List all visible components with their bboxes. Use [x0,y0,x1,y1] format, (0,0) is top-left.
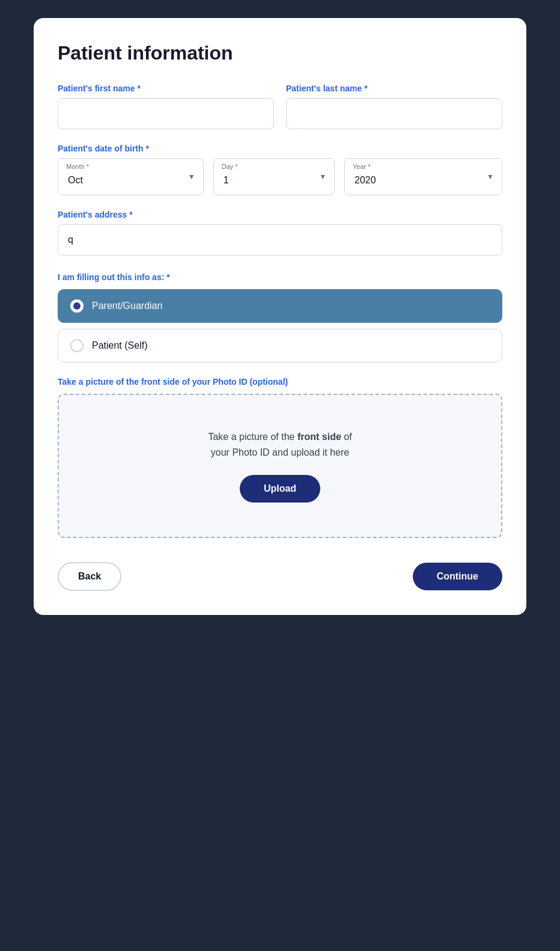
last-name-input[interactable] [286,98,502,129]
back-button[interactable]: Back [58,562,121,591]
year-wrapper: Year * 2024 2023 2022 2021 2020 2019 201… [344,158,502,195]
radio-parent-guardian[interactable]: Parent/Guardian [58,289,502,323]
address-input[interactable] [58,224,502,255]
footer-buttons: Back Continue [58,562,502,591]
year-select[interactable]: 2024 2023 2022 2021 2020 2019 2018 2017 … [344,158,502,195]
first-name-group: Patient's first name * [58,84,274,129]
filling-as-label: I am filling out this info as: * [58,272,502,282]
dob-label: Patient's date of birth * [58,144,502,153]
day-wrapper: Day * 1 2 3 4 5 6 7 8 9 10 11 12 13 14 1… [213,158,335,195]
day-select[interactable]: 1 2 3 4 5 6 7 8 9 10 11 12 13 14 15 16 1 [213,158,335,195]
photo-id-upload-area: Take a picture of the front side ofyour … [58,394,502,538]
radio-circle-parent [70,299,84,313]
month-wrapper: Month * Jan Feb Mar Apr May Jun Jul Aug … [58,158,204,195]
dob-section: Patient's date of birth * Month * Jan Fe… [58,144,502,195]
filling-as-section: I am filling out this info as: * Parent/… [58,272,502,362]
radio-parent-label: Parent/Guardian [92,301,162,311]
radio-inner-parent [73,302,81,310]
last-name-label: Patient's last name * [286,84,502,93]
upload-button[interactable]: Upload [240,475,320,503]
address-section: Patient's address * [58,210,502,255]
continue-button[interactable]: Continue [413,563,502,590]
radio-self-label: Patient (Self) [92,340,147,351]
radio-patient-self[interactable]: Patient (Self) [58,329,502,362]
last-name-group: Patient's last name * [286,84,502,129]
first-name-label: Patient's first name * [58,84,274,93]
patient-info-card: Patient information Patient's first name… [34,18,526,615]
photo-id-text: Take a picture of the front side ofyour … [208,429,352,460]
first-name-input[interactable] [58,98,274,129]
dob-fields: Month * Jan Feb Mar Apr May Jun Jul Aug … [58,158,502,195]
radio-circle-self [70,339,84,352]
page-title: Patient information [58,42,502,64]
name-row: Patient's first name * Patient's last na… [58,84,502,129]
photo-id-section: Take a picture of the front side of your… [58,377,502,538]
month-select[interactable]: Jan Feb Mar Apr May Jun Jul Aug Sep Oct … [58,158,204,195]
photo-id-label: Take a picture of the front side of your… [58,377,502,387]
address-label: Patient's address * [58,210,502,219]
